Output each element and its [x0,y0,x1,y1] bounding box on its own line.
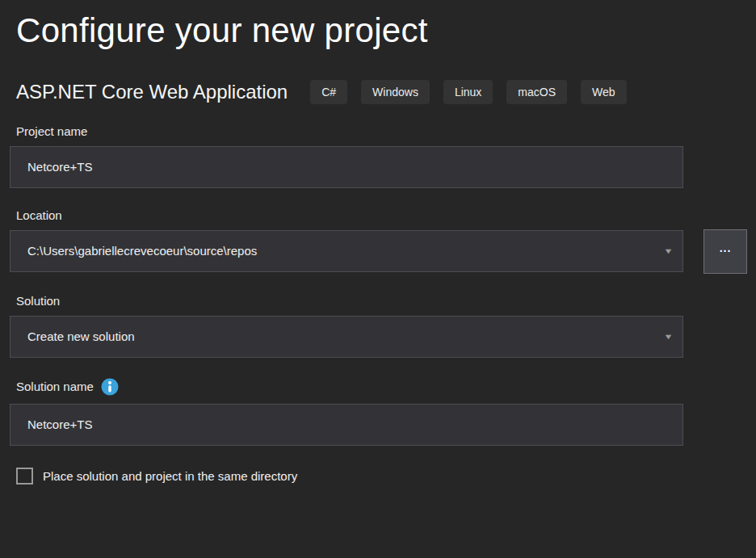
tag-csharp: C# [310,80,347,104]
chevron-down-icon: ▼ [663,247,673,254]
solution-name-input[interactable] [10,404,683,446]
location-row: C:\Users\gabriellecrevecoeur\source\repo… [0,222,756,274]
same-directory-label: Place solution and project in the same d… [43,469,297,483]
info-icon[interactable] [101,378,119,396]
same-directory-checkbox[interactable] [16,468,33,485]
configure-project-dialog: Configure your new project ASP.NET Core … [0,10,756,558]
solution-value: Create new solution [27,329,135,343]
project-type-name: ASP.NET Core Web Application [16,81,288,103]
location-value: C:\Users\gabriellecrevecoeur\source\repo… [27,244,257,258]
project-name-label: Project name [16,124,740,138]
solution-name-label: Solution name [16,378,740,396]
solution-label: Solution [16,294,740,308]
tag-web: Web [581,80,627,104]
project-type-row: ASP.NET Core Web Application C# Windows … [16,80,740,104]
tag-linux: Linux [443,80,493,104]
project-name-input[interactable] [10,146,683,188]
browse-button[interactable]: ... [704,229,747,274]
solution-combobox[interactable]: Create new solution ▼ [10,316,683,358]
tag-macos: macOS [506,80,567,104]
location-label: Location [16,208,740,222]
page-title: Configure your new project [16,10,740,52]
chevron-down-icon: ▼ [663,333,673,340]
tag-windows: Windows [361,80,430,104]
location-combobox[interactable]: C:\Users\gabriellecrevecoeur\source\repo… [10,230,683,272]
same-directory-row: Place solution and project in the same d… [16,468,756,485]
